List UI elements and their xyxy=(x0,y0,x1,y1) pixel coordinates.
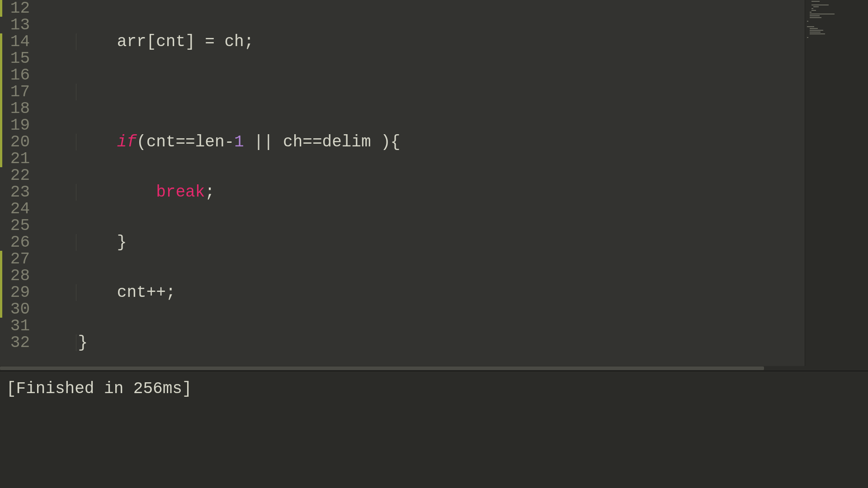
line-number: 13 xyxy=(0,17,36,33)
code-line[interactable]: if(cnt==len-1 || ch==delim ){ xyxy=(39,134,805,150)
line-gutter: 12 13 14 15 16 17 18 19 20 21 22 23 24 2… xyxy=(0,0,36,366)
code-content[interactable]: arr[cnt] = ch; if(cnt==len-1 || ch==deli… xyxy=(36,0,805,366)
line-number: 19 xyxy=(0,117,36,134)
line-number: 27 xyxy=(0,251,36,267)
output-panel[interactable]: [Finished in 256ms] xyxy=(0,371,868,488)
line-number: 28 xyxy=(0,267,36,284)
line-number: 24 xyxy=(0,201,36,217)
line-number: 18 xyxy=(0,100,36,117)
code-line[interactable]: break; xyxy=(39,184,805,201)
line-number: 29 xyxy=(0,284,36,301)
line-number: 31 xyxy=(0,318,36,334)
code-line[interactable]: } xyxy=(39,334,805,351)
line-number: 21 xyxy=(0,150,36,167)
line-number: 25 xyxy=(0,217,36,234)
line-number: 20 xyxy=(0,134,36,150)
line-number: 17 xyxy=(0,84,36,100)
output-text: [Finished in 256ms] xyxy=(6,380,862,398)
line-number: 16 xyxy=(0,67,36,84)
minimap[interactable] xyxy=(805,0,868,366)
line-number: 23 xyxy=(0,184,36,201)
line-number: 14 xyxy=(0,33,36,50)
code-line[interactable]: } xyxy=(39,234,805,251)
scrollbar-thumb[interactable] xyxy=(0,366,764,370)
code-panel[interactable]: 12 13 14 15 16 17 18 19 20 21 22 23 24 2… xyxy=(0,0,805,366)
line-number: 26 xyxy=(0,234,36,251)
minimap-content xyxy=(807,1,866,39)
line-number: 12 xyxy=(0,0,36,17)
line-number: 32 xyxy=(0,334,36,351)
code-line[interactable] xyxy=(39,84,805,100)
editor-area: 12 13 14 15 16 17 18 19 20 21 22 23 24 2… xyxy=(0,0,868,366)
line-number: 22 xyxy=(0,167,36,184)
code-line[interactable]: arr[cnt] = ch; xyxy=(39,33,805,50)
line-number: 15 xyxy=(0,50,36,67)
code-line[interactable]: cnt++; xyxy=(39,284,805,301)
horizontal-scrollbar[interactable] xyxy=(0,366,868,371)
line-number: 30 xyxy=(0,301,36,318)
